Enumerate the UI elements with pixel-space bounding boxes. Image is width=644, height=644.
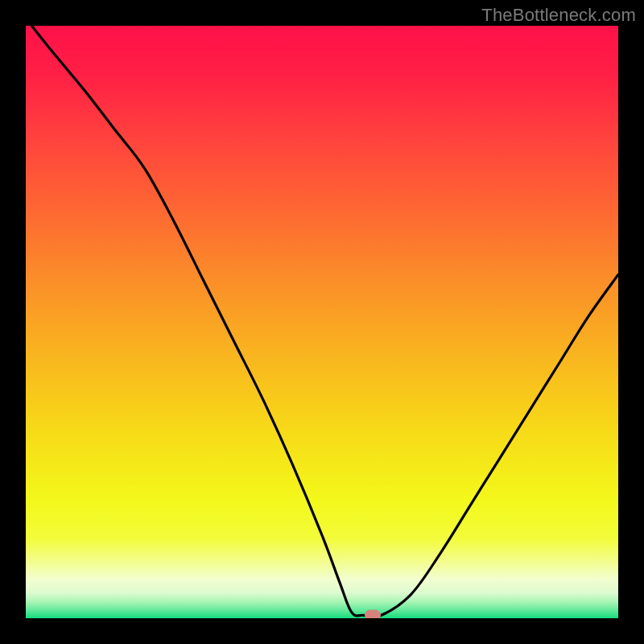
watermark-text: TheBottleneck.com — [481, 5, 636, 26]
plot-area — [26, 26, 618, 618]
bottleneck-curve — [26, 26, 618, 618]
chart-frame: TheBottleneck.com — [0, 0, 644, 644]
optimal-point-marker — [365, 610, 381, 618]
